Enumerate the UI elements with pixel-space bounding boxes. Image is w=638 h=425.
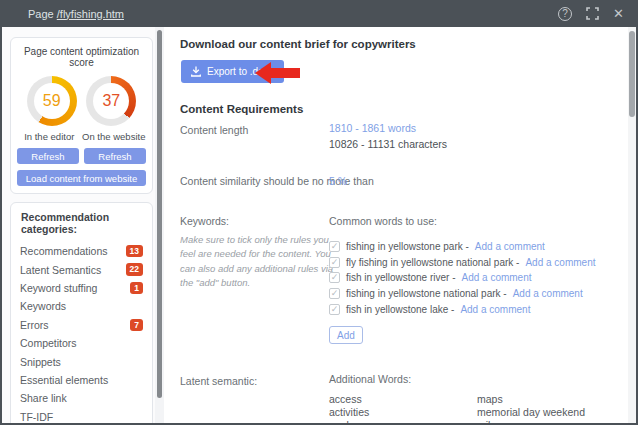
sidebar-scrollbar[interactable] [155, 27, 164, 423]
editor-score-value: 59 [43, 92, 61, 110]
keyword-stuffing-badge: 1 [130, 282, 143, 294]
add-comment-link[interactable]: Add a comment [460, 304, 530, 315]
sidebar-item-essential-elements[interactable]: Essential elements [11, 371, 152, 389]
sidebar-item-keywords[interactable]: Keywords [11, 297, 152, 315]
website-score-value: 37 [102, 92, 120, 110]
sidebar-item-snippets[interactable]: Snippets [11, 352, 152, 370]
additional-words-heading: Additional Words: [329, 373, 411, 385]
page-link[interactable]: /flyfishing.htm [57, 8, 124, 20]
latent-semantics-badge: 22 [126, 263, 143, 275]
latent-semantic-label: Latent semantic: [180, 375, 257, 387]
additional-word: maps [477, 393, 503, 405]
add-comment-link[interactable]: Add a comment [513, 288, 583, 299]
keyword-row: ✓ fish in yellowstone lake - Add a comme… [329, 304, 530, 315]
download-icon [191, 66, 201, 77]
keyword-row: ✓ fishing in yellowstone national park -… [329, 288, 583, 299]
additional-word: activities [329, 406, 369, 418]
editor-gauge-label: In the editor [17, 131, 82, 142]
keyword-checkbox[interactable]: ✓ [329, 272, 340, 283]
sidebar-item-recommendations[interactable]: Recommendations 13 [11, 242, 152, 260]
recommendation-categories-card: Recommendation categories: Recommendatio… [10, 202, 153, 425]
main-scrollbar-thumb[interactable] [629, 31, 635, 117]
fullscreen-icon[interactable] [586, 7, 599, 20]
sidebar-item-competitors[interactable]: Competitors [11, 334, 152, 352]
add-comment-link[interactable]: Add a comment [461, 272, 531, 283]
main-scrollbar[interactable] [628, 27, 636, 423]
keyword-checkbox[interactable]: ✓ [329, 304, 340, 315]
keyword-checkbox[interactable]: ✓ [329, 288, 340, 299]
keyword-row: ✓ fly fishing in yellowstone national pa… [329, 257, 595, 268]
additional-word: access [329, 393, 362, 405]
additional-word: miles [477, 419, 502, 423]
keywords-note: Make sure to tick only the rules you fee… [180, 233, 338, 290]
common-words-heading: Common words to use: [329, 215, 437, 227]
keyword-checkbox[interactable]: ✓ [329, 241, 340, 252]
website-score-gauge: 37 [86, 76, 136, 126]
titlebar: Page /flyfishing.htm ? ✕ [0, 0, 638, 27]
errors-badge: 7 [130, 319, 143, 331]
sidebar: Page content optimization score 59 37 In… [2, 27, 155, 423]
sidebar-item-latent-semantics[interactable]: Latent Semantics 22 [11, 260, 152, 278]
sidebar-item-tf-idf[interactable]: TF-IDF [11, 408, 152, 425]
download-heading: Download our content brief for copywrite… [180, 38, 416, 50]
close-icon[interactable]: ✕ [613, 7, 624, 20]
content-length-label: Content length [180, 124, 248, 136]
annotation-arrow-icon [255, 62, 300, 84]
categories-title: Recommendation categories: [21, 211, 142, 235]
add-comment-link[interactable]: Add a comment [525, 257, 595, 268]
keyword-row: ✓ fishing in yellowstone park - Add a co… [329, 241, 545, 252]
keyword-checkbox[interactable]: ✓ [329, 257, 340, 268]
additional-word: memorial day weekend [477, 406, 585, 418]
score-card-title: Page content optimization score [17, 44, 146, 68]
content-brief-panel: Download our content brief for copywrite… [172, 27, 628, 423]
sidebar-item-keyword-stuffing[interactable]: Keyword stuffing 1 [11, 279, 152, 297]
add-keyword-button[interactable]: Add [329, 326, 363, 344]
recommendations-badge: 13 [126, 245, 143, 257]
page-title: Page /flyfishing.htm [28, 8, 124, 20]
content-editor-window: Page /flyfishing.htm ? ✕ Page content op… [0, 0, 638, 425]
sidebar-item-share-link[interactable]: Share link [11, 389, 152, 407]
content-requirements-heading: Content Requirements [180, 103, 303, 115]
sidebar-scrollbar-thumb[interactable] [157, 30, 162, 398]
keyword-row: ✓ fish in yellowstone river - Add a comm… [329, 272, 532, 283]
sidebar-item-errors[interactable]: Errors 7 [11, 316, 152, 334]
add-comment-link[interactable]: Add a comment [475, 241, 545, 252]
editor-score-gauge: 59 [27, 76, 77, 126]
refresh-editor-button[interactable]: Refresh [17, 148, 79, 164]
words-range-link[interactable]: 1810 - 1861 words [329, 122, 416, 134]
refresh-website-button[interactable]: Refresh [84, 148, 146, 164]
similarity-value-link[interactable]: 5 % [329, 175, 347, 187]
optimization-score-card: Page content optimization score 59 37 In… [10, 37, 153, 194]
help-icon[interactable]: ? [558, 7, 572, 21]
website-gauge-label: On the website [82, 131, 147, 142]
additional-word: anglers [329, 419, 363, 423]
page-label: Page [28, 8, 54, 20]
characters-range-value: 10826 - 11131 characters [329, 138, 447, 150]
load-content-button[interactable]: Load content from website [17, 170, 146, 186]
keywords-label: Keywords: [180, 215, 229, 227]
